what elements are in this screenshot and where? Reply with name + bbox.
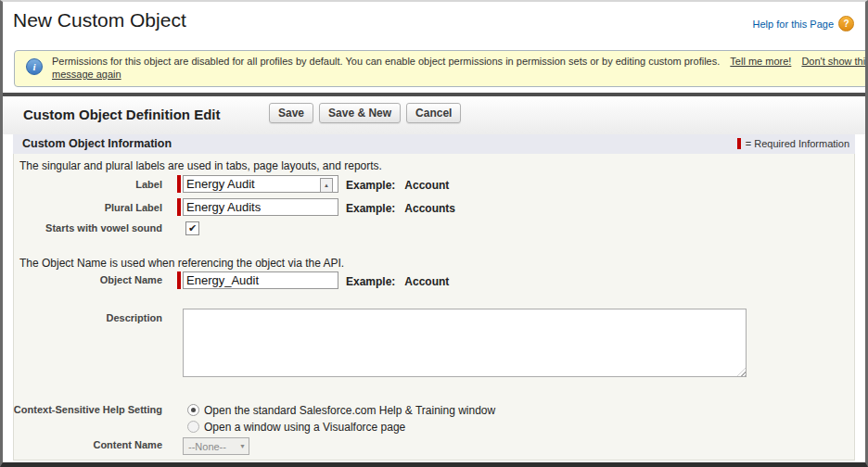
example-prefix: Example: (346, 202, 395, 215)
required-information-legend: = Required Information (737, 138, 849, 149)
plural-label-required-marker-icon (177, 198, 181, 216)
tell-me-more-link[interactable]: Tell me more! (730, 56, 791, 67)
new-custom-object-page: New Custom Object Help for this Page ? i… (0, 0, 868, 467)
label-required-marker-icon (177, 175, 181, 193)
label-field-label: Label (135, 179, 162, 190)
content-name-selected-value: --None-- (188, 441, 226, 452)
plural-label-example: Example:Accounts (346, 202, 455, 215)
example-prefix: Example: (346, 179, 395, 192)
example-prefix: Example: (346, 275, 395, 288)
required-marker-icon (737, 138, 741, 149)
label-input[interactable] (183, 175, 338, 193)
help-question-icon[interactable]: ? (838, 16, 854, 32)
vowel-sound-checkbox[interactable]: ✔ (185, 221, 199, 235)
help-setting-radio-standard[interactable] (187, 404, 199, 416)
subsection-title: Custom Object Information (22, 137, 172, 150)
custom-object-form: The singular and plural labels are used … (13, 154, 855, 461)
help-for-page-link[interactable]: Help for this Page (753, 19, 834, 30)
object-name-required-marker-icon (177, 271, 181, 289)
description-textarea[interactable] (183, 309, 747, 377)
vowel-sound-label: Starts with vowel sound (45, 222, 162, 234)
object-name-example: Example:Account (346, 275, 449, 288)
description-field-label: Description (106, 312, 162, 323)
help-for-page: Help for this Page ? (753, 16, 854, 32)
save-and-new-button[interactable]: Save & New (319, 103, 401, 123)
help-setting-option-standard[interactable]: Open the standard Salesforce.com Help & … (204, 404, 495, 417)
autofill-icon[interactable]: ▲ (320, 178, 333, 193)
plural-label-field-label: Plural Label (105, 202, 162, 213)
help-setting-option-visualforce[interactable]: Open a window using a Visualforce page (204, 421, 405, 434)
object-name-input[interactable] (183, 271, 338, 289)
info-banner: i Permissions for this object are disabl… (14, 50, 868, 87)
label-example: Example:Account (346, 179, 449, 192)
page-title: New Custom Object (13, 9, 186, 32)
example-value: Account (404, 275, 449, 288)
custom-object-information-bar: Custom Object Information = Required Inf… (13, 134, 855, 154)
content-name-label: Content Name (93, 439, 162, 450)
labels-help-text: The singular and plural labels are used … (19, 159, 382, 172)
required-legend-text: = Required Information (746, 138, 849, 149)
banner-text: Permissions for this object are disabled… (52, 56, 720, 67)
save-button[interactable]: Save (269, 103, 313, 123)
definition-edit-title: Custom Object Definition Edit (23, 107, 221, 122)
help-setting-radio-visualforce[interactable] (187, 421, 199, 433)
plural-label-input[interactable] (183, 198, 338, 216)
example-value: Account (404, 179, 449, 192)
api-help-text: The Object Name is used when referencing… (19, 257, 344, 270)
cancel-button[interactable]: Cancel (406, 103, 461, 123)
content-name-select[interactable]: --None-- ▼ (183, 437, 249, 455)
help-setting-label: Context-Sensitive Help Setting (14, 404, 162, 415)
dropdown-arrow-icon: ▼ (239, 443, 246, 449)
example-value: Accounts (404, 202, 455, 215)
action-buttons: Save Save & New Cancel (269, 103, 461, 123)
info-icon: i (26, 58, 43, 75)
object-name-field-label: Object Name (100, 274, 162, 285)
